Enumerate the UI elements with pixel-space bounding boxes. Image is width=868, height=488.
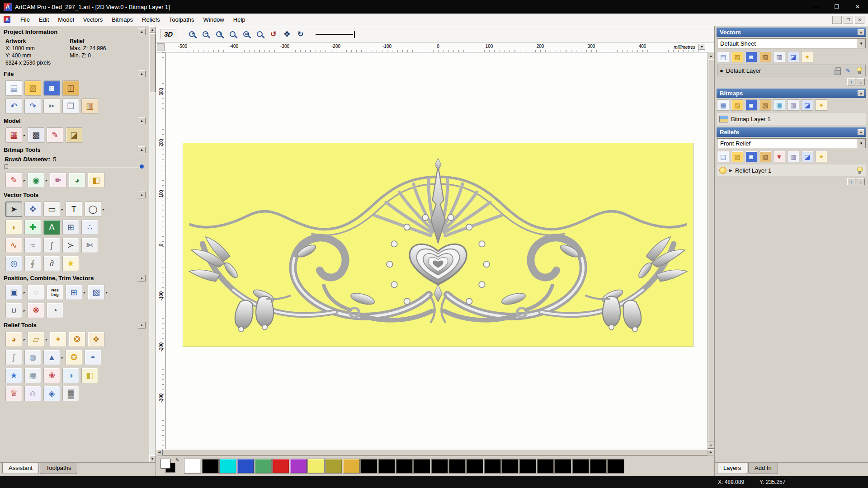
smooth-polyline-icon[interactable]: ≈ [24, 238, 41, 253]
zoom-1to1-icon[interactable]: 1 [213, 28, 225, 40]
rollup-button[interactable]: ▲ [138, 117, 146, 124]
isolines-icon[interactable]: ✪ [66, 350, 82, 365]
flyout-arrow-icon[interactable]: ▸ [61, 356, 63, 360]
artwork-canvas[interactable] [183, 143, 693, 347]
new-model-icon[interactable]: ▤ [5, 80, 22, 96]
palette-swatch[interactable] [219, 459, 236, 474]
relief-layer-row[interactable]: ▶ Relief Layer 1 [717, 164, 866, 176]
menu-bitmaps[interactable]: Bitmaps [108, 14, 137, 25]
bitmaps-merge-layers-icon[interactable]: ✦ [815, 99, 827, 111]
save-model-icon[interactable]: ◙ [43, 80, 60, 96]
palette-swatch[interactable] [501, 459, 519, 474]
bitmaps-save-icon[interactable]: ◙ [745, 99, 757, 111]
flyout-arrow-icon[interactable]: ▸ [46, 178, 47, 183]
create-polyline-icon[interactable]: ∿ [5, 238, 22, 253]
scroll-up-icon[interactable]: ▲ [149, 26, 156, 33]
menu-edit[interactable]: Edit [35, 14, 53, 25]
menu-vectors[interactable]: Vectors [79, 14, 107, 25]
mirror-relief-icon[interactable]: ◑ [62, 368, 79, 383]
turn-icon[interactable]: ▲ [43, 350, 60, 365]
relief-layer-icon[interactable]: ◈ [43, 386, 60, 401]
vectors-import-icon[interactable]: ▧ [759, 51, 771, 62]
tab-add-in[interactable]: Add In [748, 463, 778, 474]
vscroll-thumb[interactable] [708, 60, 714, 441]
canvas-viewport[interactable] [166, 52, 707, 449]
scroll-left-icon[interactable]: ◀ [156, 449, 163, 456]
flyout-arrow-icon[interactable]: ▸ [103, 207, 104, 211]
layer-colour-icon[interactable]: ● [720, 68, 723, 74]
paint-selective-icon[interactable]: ◉ [28, 173, 44, 188]
open-model-icon[interactable]: ▨ [24, 80, 41, 96]
palette-swatch[interactable] [396, 459, 413, 474]
palette-swatch[interactable] [448, 459, 466, 474]
distort-vectors-icon[interactable]: ∂ [43, 256, 60, 271]
edit-pencil-icon[interactable]: ✎ [844, 66, 852, 75]
palette-swatch[interactable] [431, 459, 448, 474]
create-arc-icon[interactable]: ≻ [62, 238, 79, 253]
reliefs-new-layer-icon[interactable]: ▥ [787, 151, 799, 162]
menu-reliefs[interactable]: Reliefs [138, 14, 164, 25]
create-spiral-icon[interactable]: ◔ [47, 303, 63, 318]
flyout-arrow-icon[interactable]: ▸ [84, 291, 85, 295]
rollup-button[interactable]: ▲ [138, 70, 146, 77]
palette-swatch[interactable] [607, 459, 624, 474]
palette-swatch[interactable] [290, 459, 307, 474]
palette-swatch[interactable] [343, 459, 360, 474]
reliefs-merge-layers-icon[interactable]: ✦ [815, 151, 827, 162]
rollup-button[interactable]: ▲ [858, 129, 864, 135]
bitmap-layer-row[interactable]: Bitmap Layer 1 [717, 113, 866, 125]
scroll-down-icon[interactable]: ▼ [149, 455, 156, 462]
palette-swatch[interactable] [572, 459, 589, 474]
scrollbar-thumb[interactable] [150, 33, 156, 92]
vector-text-table-icon[interactable]: A [43, 220, 60, 235]
palette-swatch[interactable] [307, 459, 325, 474]
shape-editor-icon[interactable]: ◕ [5, 332, 22, 347]
wrap-vectors-icon[interactable]: ◎ [5, 256, 22, 271]
select-vectors-icon[interactable]: ➤ [5, 202, 22, 217]
offset-relief-icon[interactable]: ◧ [81, 368, 98, 383]
spin-icon[interactable]: ◍ [24, 350, 41, 365]
menu-model[interactable]: Model [54, 14, 78, 25]
refresh-view-icon[interactable]: ↻ [294, 28, 307, 40]
block-array-copy-icon[interactable]: ∴ [81, 220, 98, 235]
reliefs-save-icon[interactable]: ◙ [745, 151, 757, 162]
position-vectors-icon[interactable]: ▣ [5, 285, 22, 300]
zoom-window-icon[interactable] [254, 28, 266, 40]
paint-icon[interactable]: ✎ [5, 173, 22, 188]
flyout-arrow-icon[interactable]: ▸ [46, 338, 47, 342]
rollup-button[interactable]: ▲ [138, 322, 146, 328]
move-layer-down-icon[interactable]: ↓ [857, 78, 865, 85]
vectors-merge-layers-icon[interactable]: ✦ [801, 51, 813, 62]
sheet-dropdown[interactable]: Default Sheet ▼ [717, 38, 866, 48]
primary-color-swatch[interactable] [160, 459, 170, 469]
star-relief-icon[interactable]: ★ [5, 368, 22, 383]
model-preview-icon[interactable]: ◪ [66, 127, 82, 143]
flyout-arrow-icon[interactable]: ▸ [24, 291, 25, 295]
set-model-size-icon[interactable]: ▦ [5, 127, 22, 143]
visibility-bulb-icon[interactable] [855, 166, 863, 174]
move-layer-up-icon[interactable]: ↑ [847, 78, 855, 85]
model-notes-icon[interactable]: ✎ [47, 127, 63, 143]
flyout-arrow-icon[interactable]: ▸ [106, 291, 108, 295]
copy-icon[interactable]: ❐ [62, 99, 79, 114]
assistant-scrollbar[interactable]: ▲ ▼ [149, 26, 156, 462]
palette-swatch[interactable] [554, 459, 571, 474]
visibility-bulb-icon[interactable] [855, 66, 863, 75]
relief-dropdown[interactable]: Front Relief ▼ [717, 138, 866, 148]
palette-swatch[interactable] [413, 459, 430, 474]
reliefs-import-icon[interactable]: ▧ [759, 151, 771, 162]
offset-vector-icon[interactable]: ◗ [5, 220, 22, 235]
bitmaps-delete-layer-icon[interactable]: ◪ [801, 99, 813, 111]
palette-swatch[interactable] [537, 459, 554, 474]
view-3d-button[interactable]: 3D [160, 29, 176, 39]
canvas-hscrollbar[interactable]: ◀ ▶ [156, 449, 714, 455]
move-layer-down-icon[interactable]: ↓ [857, 178, 865, 185]
paste-icon[interactable]: ▥ [81, 99, 98, 114]
palette-swatch[interactable] [466, 459, 483, 474]
bitmaps-open-icon[interactable]: ▨ [731, 99, 743, 111]
join-vectors-icon[interactable]: ∪ [5, 303, 22, 318]
restore-button[interactable]: ❐ [826, 0, 847, 14]
bitmaps-new-layer-icon[interactable]: ▥ [787, 99, 799, 111]
palette-swatch[interactable] [360, 459, 377, 474]
trim-vectors-icon[interactable]: ✄ [81, 238, 98, 253]
